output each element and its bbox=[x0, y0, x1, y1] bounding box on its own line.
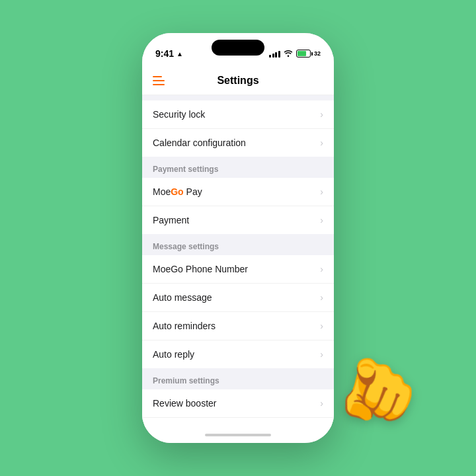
list-item-auto-reminders[interactable]: Auto reminders › bbox=[142, 312, 334, 340]
chevron-icon: › bbox=[320, 109, 323, 120]
list-item-review-booster[interactable]: Review booster › bbox=[142, 389, 334, 418]
hand-illustration: 🫵 bbox=[323, 340, 428, 442]
battery-icon bbox=[296, 50, 311, 58]
battery-level: 32 bbox=[314, 50, 321, 57]
list-item-payment[interactable]: Payment › bbox=[142, 206, 334, 234]
phone-wrapper: 9:41 ▲ bbox=[0, 0, 476, 476]
menu-line-2 bbox=[153, 80, 165, 81]
menu-line-1 bbox=[153, 76, 162, 77]
auto-reminders-label: Auto reminders bbox=[153, 321, 216, 331]
payment-group: MoeGo Pay › Payment › bbox=[142, 178, 334, 234]
payment-section-header: Payment settings bbox=[142, 157, 334, 178]
phone-frame: 9:41 ▲ bbox=[142, 33, 334, 443]
chevron-icon: › bbox=[320, 398, 323, 409]
chevron-icon: › bbox=[320, 138, 323, 148]
premium-section-header: Premium settings bbox=[142, 368, 334, 389]
moego-phone-number-label: MoeGo Phone Number bbox=[153, 264, 248, 274]
settings-list: Security lock › Calendar configuration ›… bbox=[142, 95, 334, 427]
menu-button[interactable] bbox=[153, 76, 165, 85]
chevron-icon: › bbox=[320, 292, 323, 303]
phone-screen: 9:41 ▲ bbox=[142, 33, 334, 443]
premium-section-label: Premium settings bbox=[153, 376, 219, 385]
message-group: MoeGo Phone Number › Auto message › Auto… bbox=[142, 255, 334, 368]
auto-message-label: Auto message bbox=[153, 292, 212, 303]
list-item-security-lock[interactable]: Security lock › bbox=[142, 100, 334, 129]
list-item-auto-reply[interactable]: Auto reply › bbox=[142, 340, 334, 368]
list-item-auto-message[interactable]: Auto message › bbox=[142, 284, 334, 312]
chevron-icon: › bbox=[320, 215, 323, 225]
chevron-icon: › bbox=[320, 349, 323, 360]
signal-icon bbox=[269, 50, 280, 58]
message-section-header: Message settings bbox=[142, 234, 334, 255]
review-booster-label: Review booster bbox=[153, 398, 217, 409]
status-bar: 9:41 ▲ bbox=[142, 33, 334, 66]
location-icon: ▲ bbox=[177, 50, 183, 58]
menu-line-3 bbox=[153, 84, 165, 85]
status-icons: 32 bbox=[269, 49, 321, 59]
message-section-label: Message settings bbox=[153, 242, 219, 251]
security-group: Security lock › Calendar configuration › bbox=[142, 100, 334, 157]
page-title: Settings bbox=[217, 75, 258, 87]
status-time: 9:41 ▲ bbox=[155, 48, 183, 59]
premium-group: Review booster › Agreement › Online book… bbox=[142, 389, 334, 427]
list-item-calendar-configuration[interactable]: Calendar configuration › bbox=[142, 129, 334, 157]
security-lock-label: Security lock bbox=[153, 109, 205, 120]
list-item-moego-pay[interactable]: MoeGo Pay › bbox=[142, 178, 334, 206]
app-header: Settings bbox=[142, 66, 334, 95]
payment-label: Payment bbox=[153, 215, 189, 225]
calendar-configuration-label: Calendar configuration bbox=[153, 138, 246, 148]
list-item-agreement[interactable]: Agreement › bbox=[142, 418, 334, 427]
list-item-moego-phone-number[interactable]: MoeGo Phone Number › bbox=[142, 255, 334, 284]
wifi-icon bbox=[284, 49, 293, 59]
dynamic-island bbox=[212, 40, 264, 56]
home-indicator bbox=[142, 427, 334, 443]
payment-section-label: Payment settings bbox=[153, 165, 218, 174]
auto-reply-label: Auto reply bbox=[153, 349, 194, 360]
section-spacer-top bbox=[142, 95, 334, 100]
moego-pay-label: MoeGo Pay bbox=[153, 186, 202, 197]
chevron-icon: › bbox=[320, 264, 323, 274]
chevron-icon: › bbox=[320, 186, 323, 197]
chevron-icon: › bbox=[320, 321, 323, 331]
home-bar bbox=[205, 434, 271, 436]
